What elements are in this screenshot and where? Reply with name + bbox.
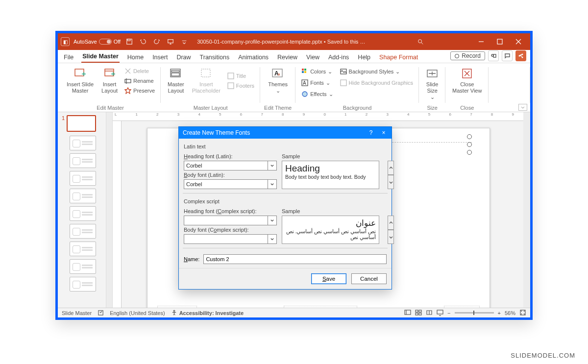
watermark: SLIDEMODEL.COM xyxy=(511,352,575,359)
layout-thumbnail[interactable] xyxy=(70,153,96,168)
name-input[interactable] xyxy=(203,254,387,264)
status-protect[interactable] xyxy=(98,310,104,316)
layout-thumbnail[interactable] xyxy=(70,189,96,203)
colors-label: Colors xyxy=(310,69,326,74)
ribbon-collapse-button[interactable] xyxy=(518,104,527,111)
redo-icon[interactable] xyxy=(152,37,162,47)
themes-button[interactable]: AaThemes⌄ xyxy=(265,65,291,96)
tab-review[interactable]: Review xyxy=(276,54,298,63)
zoom-slider[interactable] xyxy=(455,312,494,314)
chevron-down-icon[interactable] xyxy=(268,216,276,225)
svg-text:a: a xyxy=(278,72,280,76)
sample-heading-rtl: عنوان xyxy=(285,218,376,228)
fit-window-icon[interactable] xyxy=(519,309,526,317)
spin-up-icon[interactable] xyxy=(388,216,394,230)
status-language[interactable]: English (United States) xyxy=(110,310,165,316)
save-icon[interactable] xyxy=(124,37,134,47)
tab-view[interactable]: View xyxy=(305,54,320,63)
fonts-button[interactable]: AFonts⌄ xyxy=(299,78,335,87)
tab-home[interactable]: Home xyxy=(126,54,145,63)
dialog-titlebar[interactable]: Create New Theme Fonts ? × xyxy=(179,127,392,139)
layout-thumbnail[interactable] xyxy=(70,206,96,221)
save-button[interactable]: Save xyxy=(311,273,346,284)
bg-styles-button[interactable]: Background Styles⌄ xyxy=(338,67,415,76)
themes-label: Themes xyxy=(268,81,288,88)
chevron-down-icon[interactable] xyxy=(268,180,276,189)
close-master-label: Close Master View xyxy=(452,81,482,94)
heading-cs-combo[interactable] xyxy=(184,216,277,225)
layout-thumbnail[interactable] xyxy=(70,171,96,186)
master-thumbnail[interactable] xyxy=(67,115,96,132)
autosave-toggle[interactable]: AutoSave Off xyxy=(74,39,121,45)
slideshow-view-icon[interactable] xyxy=(437,309,443,317)
sample-body-rtl: نص أساسي نص أساسي نص أساسي. نص أساسي نص xyxy=(285,228,376,240)
search-button[interactable] xyxy=(371,38,469,45)
slide-size-button[interactable]: Slide Size⌄ xyxy=(423,65,441,103)
close-master-button[interactable]: Close Master View xyxy=(449,65,485,96)
svg-point-34 xyxy=(173,310,175,312)
body-latin-combo[interactable]: Corbel xyxy=(184,179,277,189)
close-icon[interactable] xyxy=(510,35,527,48)
tab-help[interactable]: Help xyxy=(357,54,371,63)
tab-shape-format[interactable]: Shape Format xyxy=(378,54,419,63)
tab-insert[interactable]: Insert xyxy=(151,54,169,63)
spin-down-icon[interactable] xyxy=(388,230,394,244)
layout-thumbnail[interactable] xyxy=(70,242,96,256)
svg-point-7 xyxy=(522,54,523,55)
insert-placeholder-button: Insert Placeholder xyxy=(189,65,223,96)
tab-animations[interactable]: Animations xyxy=(237,54,270,63)
qat-overflow-icon[interactable] xyxy=(179,37,189,47)
chevron-down-icon[interactable] xyxy=(268,235,276,243)
layout-thumbnail[interactable] xyxy=(70,136,96,150)
dialog-close-button[interactable]: × xyxy=(380,129,388,136)
sorter-view-icon[interactable] xyxy=(415,309,422,317)
comments-button[interactable] xyxy=(502,50,513,61)
reading-view-icon[interactable] xyxy=(426,309,433,317)
slideshow-icon[interactable] xyxy=(166,37,175,47)
effects-button[interactable]: Effects⌄ xyxy=(299,90,335,98)
preserve-button[interactable]: Preserve xyxy=(122,86,157,95)
tab-transitions[interactable]: Transitions xyxy=(199,54,231,63)
footer-date[interactable]: Date xyxy=(157,306,197,308)
canvas-scrollbar[interactable] xyxy=(523,112,530,308)
rename-button[interactable]: Rename xyxy=(122,76,157,85)
tab-slide-master[interactable]: Slide Master xyxy=(81,53,120,63)
tab-addins[interactable]: Add-ins xyxy=(327,54,350,63)
spin-down-icon[interactable] xyxy=(388,175,394,189)
zoom-out-button[interactable]: − xyxy=(447,310,450,316)
footer-slidenum[interactable]: ‹#› xyxy=(444,306,480,308)
dialog-help-button[interactable]: ? xyxy=(367,129,375,136)
undo-icon[interactable] xyxy=(138,37,148,47)
normal-view-icon[interactable] xyxy=(404,309,411,317)
spin-up-icon[interactable] xyxy=(388,161,394,175)
thumbnail-pane[interactable]: 1 xyxy=(58,112,106,308)
present-teams-button[interactable] xyxy=(488,50,499,61)
tab-file[interactable]: File xyxy=(63,54,74,63)
record-button[interactable]: Record xyxy=(450,51,485,60)
heading-latin-combo[interactable]: Corbel xyxy=(184,161,277,170)
svg-point-8 xyxy=(522,57,523,58)
share-button[interactable] xyxy=(515,50,526,61)
thumbnail-scrollbar[interactable] xyxy=(106,112,113,308)
minimize-icon[interactable] xyxy=(472,35,490,48)
titlebar: ◧ AutoSave Off 30050-01-company-profile-… xyxy=(58,33,530,50)
master-layout-button[interactable]: Master Layout xyxy=(165,65,187,96)
sample-label-latin: Sample xyxy=(282,153,387,159)
zoom-in-button[interactable]: + xyxy=(498,310,501,316)
body-cs-combo[interactable] xyxy=(184,234,277,244)
cancel-button[interactable]: Cancel xyxy=(351,273,387,284)
layout-thumbnail[interactable] xyxy=(70,277,96,291)
maximize-icon[interactable] xyxy=(491,35,509,48)
ribbon-group-size: Slide Size⌄ Size xyxy=(419,63,445,112)
insert-slide-master-button[interactable]: Insert Slide Master xyxy=(64,65,97,96)
layout-thumbnail[interactable] xyxy=(70,259,96,274)
layout-thumbnail[interactable] xyxy=(70,224,96,239)
heading-latin-value: Corbel xyxy=(184,163,268,169)
zoom-level[interactable]: 56% xyxy=(505,310,515,316)
tab-draw[interactable]: Draw xyxy=(175,54,192,63)
status-accessibility[interactable]: Accessibility: Investigate xyxy=(171,310,244,316)
colors-button[interactable]: Colors⌄ xyxy=(299,67,335,76)
chevron-down-icon[interactable] xyxy=(268,161,276,170)
footer-url[interactable]: insertyoururlhere.com xyxy=(284,306,357,308)
insert-layout-button[interactable]: Insert Layout xyxy=(98,65,121,96)
